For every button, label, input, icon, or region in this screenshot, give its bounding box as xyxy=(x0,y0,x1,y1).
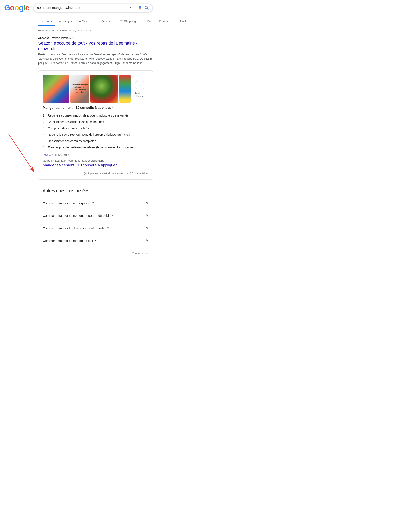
ad-url: www.seazon.fr/ xyxy=(52,36,71,40)
list-num-5: 5. xyxy=(43,139,46,143)
faq-section: Autres questions posées Comment manger s… xyxy=(38,185,153,247)
faq-question-2: Comment manger sainement et perdre du po… xyxy=(43,214,113,218)
search-input[interactable] xyxy=(37,6,128,10)
logo-e: e xyxy=(25,3,29,12)
videos-icon: ▶ xyxy=(78,20,81,23)
list-after-6: plus de protéines végétales (légumineuse… xyxy=(58,146,135,149)
separator-line: | xyxy=(134,6,135,10)
show-all-button[interactable]: → Tout afficher xyxy=(131,75,149,103)
nav-item-outils[interactable]: Outils xyxy=(177,17,191,26)
snippet-image-4[interactable] xyxy=(119,75,131,103)
faq-title: Autres questions posées xyxy=(38,185,153,197)
list-text-3: Composer des repas équilibrés. xyxy=(48,126,90,131)
faq-chevron-3: ∨ xyxy=(146,226,149,230)
list-num-3: 3. xyxy=(43,126,46,131)
snippet-image-3[interactable] xyxy=(90,75,119,103)
result-count: Environ 4 650 000 résultats (0,52 second… xyxy=(38,29,153,32)
google-logo: Google xyxy=(4,3,29,12)
snippet-date: 28 avr. 2017 xyxy=(54,153,69,156)
list-num-6: 6. xyxy=(43,145,46,150)
ad-section: Annonce · www.seazon.fr/ ▾ Seazon s'occu… xyxy=(38,36,153,65)
page-wrapper: Google × | xyxy=(0,0,420,257)
outils-label: Outils xyxy=(180,20,187,23)
nav-item-videos[interactable]: ▶ Vidéos xyxy=(75,17,94,26)
list-item-4: 4. Réduire le sucre (5% ou moins de l'ap… xyxy=(43,131,149,138)
ad-title[interactable]: Seazon s'occupe de tout - Vos repas de l… xyxy=(38,40,153,51)
list-text-2: Consommer des aliments sains et naturels… xyxy=(48,120,105,124)
faq-chevron-1: ∨ xyxy=(146,201,149,205)
clear-icon[interactable]: × xyxy=(130,6,132,10)
faq-chevron-2: ∨ xyxy=(146,213,149,218)
show-all-label: Tout afficher xyxy=(135,92,145,98)
faq-item-2[interactable]: Comment manger sainement et perdre du po… xyxy=(38,209,153,222)
snippet-bullet: • xyxy=(52,153,54,156)
search-icon[interactable] xyxy=(145,6,149,10)
list-bold-6: Manger xyxy=(48,146,58,149)
list-item-1: 1. Réduire sa consommation de produits i… xyxy=(43,112,149,119)
images-label: Images xyxy=(63,20,72,23)
snippet-source: toutpourmasante.fr › comment-manger-sain… xyxy=(43,159,149,162)
ad-dropdown-icon[interactable]: ▾ xyxy=(72,36,74,40)
logo-g: G xyxy=(4,3,10,12)
featured-snippet: Comment manger sainement ?Les 4 points à… xyxy=(38,70,153,180)
svg-line-7 xyxy=(8,134,34,172)
list-item-6: 6. Manger plus de protéines végétales (l… xyxy=(43,144,149,150)
snippet-image-2-text: Comment manger sainement ?Les 4 points à… xyxy=(71,84,88,94)
faq-question-4: Comment manger sainement le soir ? xyxy=(43,239,96,242)
nav-item-parametres[interactable]: Paramètres xyxy=(156,17,177,26)
nav-item-actualites[interactable]: ☰ Actualités xyxy=(94,17,117,26)
logo-o2: o xyxy=(14,3,19,12)
snippet-images-row: Comment manger sainement ?Les 4 points à… xyxy=(43,75,149,103)
list-item-3: 3. Composer des repas équilibrés. xyxy=(43,125,149,131)
list-text-4: Réduire le sucre (5% ou moins de l'appor… xyxy=(48,132,130,137)
snippet-source-link[interactable]: Manger sainement : 10 conseils à appliqu… xyxy=(43,163,149,168)
faq-item-4[interactable]: Comment manger sainement le soir ? ∨ xyxy=(38,234,153,247)
nav-item-images[interactable]: 🖼 Images xyxy=(55,17,75,26)
arrow-circle: → xyxy=(135,80,145,90)
about-extracts[interactable]: ? À propos des extraits optimisés xyxy=(84,172,123,175)
results: Environ 4 650 000 résultats (0,52 second… xyxy=(0,26,153,257)
list-text-6: Manger plus de protéines végétales (légu… xyxy=(48,145,135,150)
snippet-image-2[interactable]: Comment manger sainement ?Les 4 points à… xyxy=(70,75,89,103)
svg-line-3 xyxy=(147,8,149,10)
faq-item-1[interactable]: Comment manger sain et équilibré ? ∨ xyxy=(38,197,153,209)
bottom-comments[interactable]: Commentaires xyxy=(38,250,153,257)
actualites-label: Actualités xyxy=(101,20,113,23)
plus-label: Plus xyxy=(147,20,152,23)
ad-sep: · xyxy=(50,36,51,40)
comments-link[interactable]: 💬 Commentaires xyxy=(128,172,149,175)
snippet-more-link[interactable]: Plus... xyxy=(43,153,51,156)
list-item-2: 2. Consommer des aliments sains et natur… xyxy=(43,119,149,125)
snippet-image-1[interactable] xyxy=(43,75,69,103)
shopping-label: Shopping xyxy=(124,20,136,23)
search-icons: × | xyxy=(130,6,149,10)
nav-item-shopping[interactable]: ♡ Shopping xyxy=(117,17,139,26)
tous-icon xyxy=(42,19,45,23)
snippet-title: Manger sainement : 10 conseils à appliqu… xyxy=(43,106,149,110)
nav-item-plus[interactable]: ⋮ Plus xyxy=(139,17,156,26)
svg-line-5 xyxy=(43,21,44,22)
plus-icon: ⋮ xyxy=(143,20,146,23)
videos-label: Vidéos xyxy=(82,20,91,23)
nav: Tous 🖼 Images ▶ Vidéos ☰ Actualités ♡ Sh… xyxy=(0,16,420,26)
list-item-5: 5. Consommer des céréales complètes. xyxy=(43,138,149,144)
images-icon: 🖼 xyxy=(58,20,61,23)
question-icon: ? xyxy=(84,172,87,175)
search-bar: × | xyxy=(34,4,152,12)
ad-badge: Annonce xyxy=(38,36,49,40)
logo-l: l xyxy=(23,3,25,12)
nav-item-tous[interactable]: Tous xyxy=(38,17,55,26)
header: Google × | xyxy=(0,0,420,16)
list-num-2: 2. xyxy=(43,120,46,124)
snippet-list: 1. Réduire sa consommation de produits i… xyxy=(43,112,149,151)
right-arrow-icon: → xyxy=(138,82,142,87)
faq-question-1: Comment manger sain et équilibré ? xyxy=(43,201,94,205)
logo-g2: g xyxy=(19,3,23,12)
tous-label: Tous xyxy=(46,20,52,23)
list-num-4: 4. xyxy=(43,132,46,137)
list-num-1: 1. xyxy=(43,113,46,118)
mic-icon[interactable] xyxy=(138,6,142,10)
logo-o1: o xyxy=(10,3,14,12)
snippet-breadcrumb: toutpourmasante.fr › comment-manger-sain… xyxy=(43,159,104,162)
faq-item-3[interactable]: Comment manger le plus sainement possibl… xyxy=(38,222,153,234)
